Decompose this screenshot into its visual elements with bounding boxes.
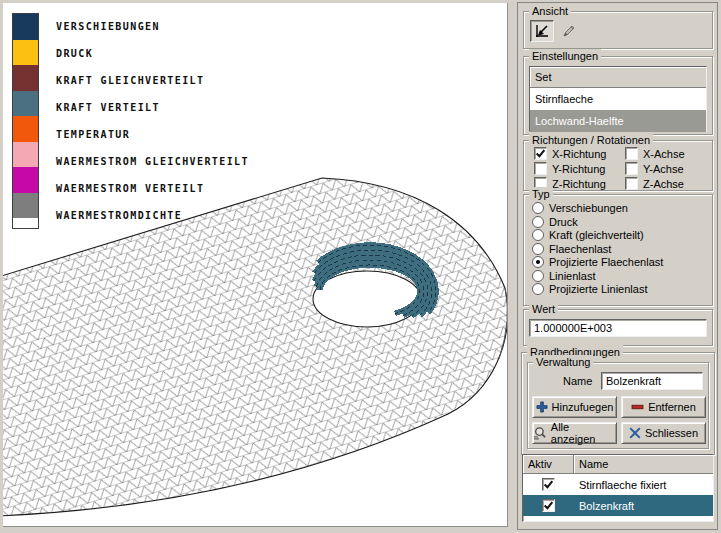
checkbox-box[interactable]: [534, 147, 547, 160]
alle-anzeigen-label: Alle anzeigen: [551, 421, 616, 445]
radio-circle[interactable]: [532, 243, 544, 255]
group-einstellungen: Einstellungen Set Stirnflaeche Lochwand-…: [523, 56, 713, 135]
legend-label: KRAFT GLEICHVERTEILT: [56, 67, 376, 94]
group-ansicht: Ansicht: [523, 11, 713, 49]
legend-label: DRUCK: [56, 40, 376, 67]
isometric-view-icon: [534, 23, 550, 39]
wert-input[interactable]: [529, 319, 707, 337]
radio-druck[interactable]: Druck: [532, 216, 578, 228]
check-icon: [535, 148, 546, 159]
model-viewport[interactable]: VERSCHIEBUNGEN DRUCK KRAFT GLEICHVERTEIL…: [3, 3, 508, 527]
row-name: Bolzenkraft: [574, 500, 713, 512]
legend-swatch: [13, 65, 38, 91]
randbedingungen-table: Aktiv Name Stirnflaeche fixiert Bolzenkr…: [522, 454, 714, 522]
column-header-aktiv[interactable]: Aktiv: [523, 455, 574, 474]
set-list-item-lochwand-haelfte[interactable]: Lochwand-Haelfte: [530, 110, 706, 132]
radio-kraft-gleichverteilt[interactable]: Kraft (gleichverteilt): [532, 229, 644, 241]
aktiv-checkbox[interactable]: [542, 478, 555, 491]
checkbox-label: Z-Achse: [643, 178, 684, 190]
name-label: Name: [563, 375, 592, 387]
magnifier-icon: [533, 426, 547, 440]
plus-icon: [536, 401, 548, 413]
radio-circle[interactable]: [532, 229, 544, 241]
edit-button[interactable]: [557, 20, 581, 42]
column-header-name[interactable]: Name: [574, 455, 713, 474]
checkbox-label: X-Achse: [643, 148, 685, 160]
legend-swatch: [13, 167, 38, 193]
checkbox-x-richtung[interactable]: X-Richtung: [534, 147, 606, 160]
schliessen-label: Schliessen: [645, 427, 698, 439]
legend-swatch: [13, 142, 38, 168]
checkbox-box[interactable]: [534, 162, 547, 175]
checkbox-y-achse[interactable]: Y-Achse: [625, 162, 684, 175]
name-input[interactable]: [601, 372, 703, 390]
group-ansicht-title: Ansicht: [529, 4, 571, 18]
radio-flaechenlast[interactable]: Flaechenlast: [532, 243, 611, 255]
pencil-icon: [561, 23, 577, 39]
radio-linienlast[interactable]: Linienlast: [532, 270, 595, 282]
group-typ: Typ Verschiebungen Druck Kraft (gleichve…: [523, 194, 713, 306]
table-header: Aktiv Name: [523, 455, 713, 474]
radio-label: Projizierte Linienlast: [549, 283, 647, 295]
set-list-header[interactable]: Set: [530, 67, 706, 88]
hinzufuegen-label: Hinzufuegen: [552, 401, 614, 413]
radio-circle[interactable]: [532, 202, 544, 214]
checkbox-label: Y-Richtung: [552, 163, 605, 175]
entfernen-label: Entfernen: [648, 401, 696, 413]
radio-label: Flaechenlast: [549, 243, 611, 255]
row-name: Stirnflaeche fixiert: [574, 479, 713, 491]
legend-label: TEMPERATUR: [56, 121, 376, 148]
legend-label: KRAFT VERTEILT: [56, 94, 376, 121]
checkbox-y-richtung[interactable]: Y-Richtung: [534, 162, 605, 175]
schliessen-button[interactable]: Schliessen: [621, 422, 706, 444]
checkbox-box[interactable]: [625, 177, 638, 190]
application-window: { "window": { "bg": "#d4d0c8", "canvas_b…: [0, 0, 721, 533]
checkbox-z-achse[interactable]: Z-Achse: [625, 177, 684, 190]
set-listbox: Set Stirnflaeche Lochwand-Haelfte: [529, 66, 707, 132]
legend-label: WAERMESTROM GLEICHVERTEILT: [56, 148, 376, 175]
legend-swatch: [13, 116, 38, 142]
radio-circle[interactable]: [532, 283, 544, 295]
settings-panel: Ansicht Einstellungen Set Stirnflaeche L…: [517, 2, 718, 530]
radio-projizierte-flaechenlast[interactable]: Projizierte Flaechenlast: [532, 256, 663, 268]
checkbox-box[interactable]: [625, 147, 638, 160]
group-richtungen-title: Richtungen / Rotationen: [529, 133, 653, 147]
aktiv-checkbox[interactable]: [542, 499, 555, 512]
checkbox-label: X-Richtung: [552, 148, 606, 160]
checkbox-x-achse[interactable]: X-Achse: [625, 147, 685, 160]
radio-circle[interactable]: [532, 256, 544, 268]
radio-verschiebungen[interactable]: Verschiebungen: [532, 202, 628, 214]
table-row[interactable]: Bolzenkraft: [523, 495, 713, 516]
minus-icon: [631, 402, 644, 412]
set-list-item-stirnflaeche[interactable]: Stirnflaeche: [530, 88, 706, 110]
radio-circle[interactable]: [532, 216, 544, 228]
hinzufuegen-button[interactable]: Hinzufuegen: [532, 396, 617, 418]
close-x-icon: [629, 427, 641, 439]
legend-label: WAERMESTROMDICHTE: [56, 202, 376, 229]
checkbox-box[interactable]: [625, 162, 638, 175]
table-row[interactable]: Stirnflaeche fixiert: [523, 474, 713, 495]
group-randbedingungen: Randbedingungen Verwaltung Name Hinzufue…: [521, 352, 715, 455]
checkbox-label: Y-Achse: [643, 163, 684, 175]
radio-label: Kraft (gleichverteilt): [549, 229, 644, 241]
radio-label: Verschiebungen: [549, 202, 628, 214]
check-icon: [543, 479, 554, 490]
group-richtungen: Richtungen / Rotationen X-Richtung Y-Ric…: [523, 140, 713, 191]
check-icon: [543, 500, 554, 511]
alle-anzeigen-button[interactable]: Alle anzeigen: [532, 422, 617, 444]
group-verwaltung-title: Verwaltung: [533, 355, 593, 369]
group-wert: Wert: [523, 309, 713, 346]
legend-swatch-column: [12, 13, 39, 229]
legend-swatch: [13, 91, 38, 117]
radio-circle[interactable]: [532, 270, 544, 282]
radio-projizierte-linienlast[interactable]: Projizierte Linienlast: [532, 283, 647, 295]
group-verwaltung: Verwaltung Name Hinzufuegen Entfernen: [527, 362, 709, 449]
legend-swatch: [13, 14, 38, 40]
radio-label: Projizierte Flaechenlast: [549, 256, 663, 268]
legend-label: WAERMESTROM VERTEILT: [56, 175, 376, 202]
entfernen-button[interactable]: Entfernen: [621, 396, 706, 418]
legend-label: VERSCHIEBUNGEN: [56, 13, 376, 40]
legend-swatch: [13, 193, 38, 219]
view-direction-button[interactable]: [530, 20, 554, 42]
group-einstellungen-title: Einstellungen: [529, 49, 601, 63]
